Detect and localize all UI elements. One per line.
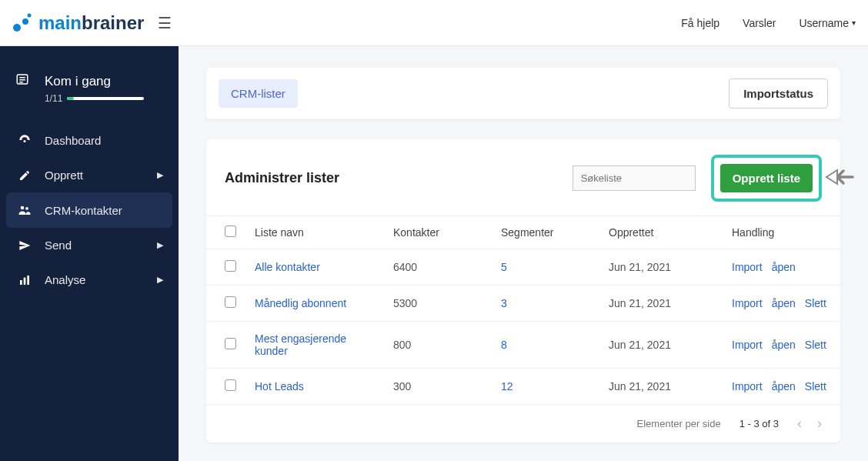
list-name-link[interactable]: Alle kontakter (255, 261, 320, 273)
lists-title: Administrer lister (225, 170, 339, 186)
sidebar-getting-started[interactable]: Kom i gang 1/11 (0, 62, 179, 122)
table-row: Alle kontakter64005Jun 21, 2021Importåpe… (206, 249, 840, 286)
import-status-button[interactable]: Importstatus (729, 79, 828, 109)
svg-point-1 (22, 18, 28, 25)
action-slett[interactable]: Slett (805, 339, 826, 351)
hamburger-icon[interactable]: ☰ (158, 14, 172, 32)
send-icon (15, 239, 34, 252)
table-row: Månedlig abonnent53003Jun 21, 2021Import… (206, 286, 840, 322)
select-all-checkbox[interactable] (225, 225, 236, 237)
action-åpen[interactable]: åpen (772, 380, 796, 393)
svg-rect-11 (24, 277, 26, 284)
caret-down-icon: ▾ (852, 18, 856, 27)
sidebar-item-label: Opprett (45, 169, 83, 182)
action-import[interactable]: Import (732, 339, 763, 351)
lists-card: Administrer lister Opprett liste Liste n… (206, 139, 840, 443)
action-import[interactable]: Import (732, 380, 763, 393)
per-page-label: Elementer per side (637, 418, 721, 429)
prev-page-button[interactable]: ‹ (797, 416, 802, 432)
action-slett[interactable]: Slett (805, 380, 826, 393)
cell-contacts: 800 (384, 322, 492, 369)
table-footer: Elementer per side 1 - 3 of 3 ‹ › (206, 405, 840, 443)
col-header-segments: Segmenter (492, 216, 599, 249)
col-header-name: Liste navn (245, 216, 384, 249)
segments-link[interactable]: 12 (501, 380, 513, 393)
svg-point-9 (25, 207, 28, 210)
sidebar-item-analyse[interactable]: Analyse ▶ (0, 262, 179, 297)
chart-icon (15, 274, 34, 286)
next-page-button[interactable]: › (817, 416, 822, 432)
cell-created: Jun 21, 2021 (599, 369, 723, 405)
sidebar-item-dashboard[interactable]: Dashboard (0, 122, 179, 158)
cell-created: Jun 21, 2021 (599, 249, 723, 286)
action-åpen[interactable]: åpen (772, 261, 796, 273)
list-name-link[interactable]: Månedlig abonnent (255, 297, 346, 309)
action-import[interactable]: Import (732, 261, 763, 273)
cell-contacts: 6400 (384, 249, 492, 286)
lists-table: Liste navn Kontakter Segmenter Opprettet… (206, 215, 840, 405)
sidebar-item-label: Analyse (45, 273, 85, 286)
list-icon (15, 72, 34, 90)
username-dropdown[interactable]: Username ▾ (799, 17, 856, 29)
sidebar-item-send[interactable]: Send ▶ (0, 228, 179, 262)
sidebar: Kom i gang 1/11 Dashboard Opprett ▶ (0, 46, 179, 461)
svg-rect-12 (27, 276, 29, 285)
dashboard-icon (15, 133, 34, 147)
brand-text: mainbrainer (38, 12, 144, 34)
cell-contacts: 300 (384, 369, 492, 405)
table-row: Mest engasjerende kunder8008Jun 21, 2021… (206, 322, 840, 369)
cell-created: Jun 21, 2021 (599, 322, 723, 369)
segments-link[interactable]: 8 (501, 339, 507, 351)
sidebar-item-label: Send (45, 239, 72, 252)
table-row: Hot Leads30012Jun 21, 2021ImportåpenSlet… (206, 369, 840, 405)
create-highlight: Opprett liste (711, 155, 822, 202)
svg-point-2 (28, 13, 32, 17)
list-name-link[interactable]: Hot Leads (255, 380, 304, 393)
sidebar-start-label: Kom i gang (45, 74, 111, 89)
pointer-arrow-icon (825, 167, 854, 190)
segments-link[interactable]: 3 (501, 297, 507, 309)
username-label: Username (799, 17, 849, 29)
sidebar-item-crm-contacts[interactable]: CRM-kontakter (6, 192, 172, 228)
row-checkbox[interactable] (225, 260, 236, 272)
main-content: CRM-lister Importstatus Administrer list… (179, 46, 868, 461)
action-import[interactable]: Import (732, 297, 763, 309)
sidebar-start-progress-text: 1/11 (45, 93, 62, 104)
sidebar-item-label: Dashboard (45, 134, 101, 147)
action-slett[interactable]: Slett (805, 297, 826, 309)
chevron-right-icon: ▶ (157, 240, 163, 250)
pagination-range: 1 - 3 of 3 (739, 418, 779, 429)
sidebar-item-create[interactable]: Opprett ▶ (0, 158, 179, 192)
chevron-right-icon: ▶ (157, 275, 163, 285)
pencil-icon (15, 169, 34, 182)
tabs-card: CRM-lister Importstatus (206, 68, 840, 119)
col-header-actions: Handling (723, 216, 840, 249)
alerts-link[interactable]: Varsler (743, 17, 776, 29)
sidebar-item-label: CRM-kontakter (45, 204, 122, 217)
row-checkbox[interactable] (225, 296, 236, 308)
progress-bar (67, 97, 144, 100)
list-name-link[interactable]: Mest engasjerende kunder (255, 332, 346, 357)
create-list-button[interactable]: Opprett liste (720, 164, 813, 192)
svg-point-8 (21, 206, 25, 210)
row-checkbox[interactable] (225, 379, 236, 391)
help-link[interactable]: Få hjelp (681, 17, 719, 29)
lists-header: Administrer lister Opprett liste (206, 139, 840, 215)
svg-rect-10 (20, 280, 22, 285)
action-åpen[interactable]: åpen (772, 297, 796, 309)
users-icon (15, 203, 34, 217)
segments-link[interactable]: 5 (501, 261, 507, 273)
svg-point-7 (24, 140, 26, 142)
brand-logo[interactable]: mainbrainer (12, 12, 144, 34)
cell-created: Jun 21, 2021 (599, 286, 723, 322)
svg-point-0 (13, 24, 21, 32)
col-header-created: Opprettet (599, 216, 723, 249)
topbar: mainbrainer ☰ Få hjelp Varsler Username … (0, 0, 868, 46)
tab-crm-lists[interactable]: CRM-lister (219, 79, 298, 108)
row-checkbox[interactable] (225, 338, 236, 349)
col-header-contacts: Kontakter (384, 216, 492, 249)
cell-contacts: 5300 (384, 286, 492, 322)
search-input[interactable] (573, 165, 696, 191)
logo-dots-icon (12, 12, 34, 34)
action-åpen[interactable]: åpen (772, 339, 796, 351)
